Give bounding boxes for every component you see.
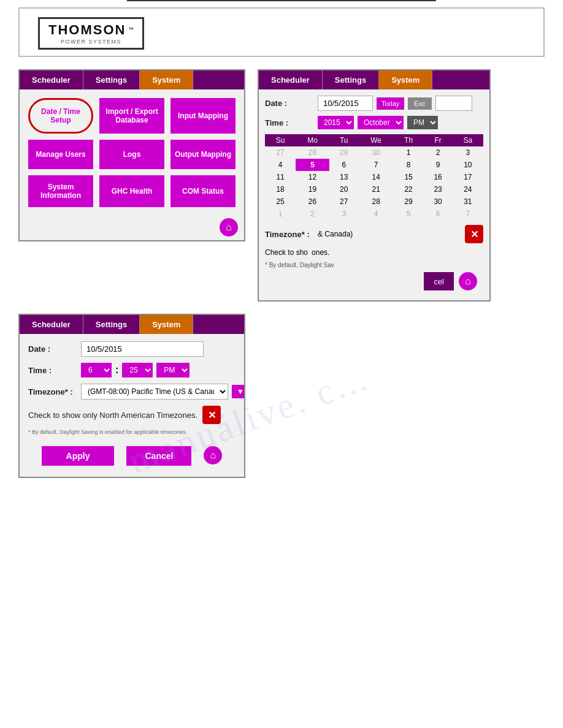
cal-day[interactable]: 2: [296, 208, 329, 220]
tab-system-1[interactable]: System: [140, 70, 193, 89]
ampm-select-2[interactable]: PM: [407, 116, 438, 129]
cal-day[interactable]: 9: [423, 159, 452, 171]
tz-value-2: & Canada): [318, 230, 353, 238]
cal-day[interactable]: 4: [359, 208, 394, 220]
tab-system-3[interactable]: System: [140, 315, 193, 334]
cal-header-su: Su: [265, 134, 296, 146]
cal-day[interactable]: 23: [423, 183, 452, 195]
cal-day[interactable]: 10: [453, 159, 483, 171]
cal-day[interactable]: 28: [296, 146, 329, 159]
cal-day[interactable]: 1: [394, 146, 424, 159]
cal-day[interactable]: 13: [329, 171, 359, 183]
cal-day[interactable]: 26: [296, 195, 329, 208]
cal-day[interactable]: 3: [329, 208, 359, 220]
tab-bar-2: Scheduler Settings System: [259, 70, 489, 89]
cancel-button-3[interactable]: Cancel: [126, 446, 191, 466]
cal-day[interactable]: 20: [329, 183, 359, 195]
system-menu-panel: Scheduler Settings System Date / TimeSet…: [18, 69, 245, 241]
check-note: ones.: [312, 248, 329, 257]
tz-label-3: Timezone* :: [28, 387, 77, 396]
cal-day[interactable]: 17: [453, 171, 483, 183]
date-input[interactable]: [318, 96, 373, 111]
date-field[interactable]: [81, 341, 204, 357]
cal-day[interactable]: 8: [394, 159, 424, 171]
year-select[interactable]: 2015: [318, 116, 354, 129]
tab-scheduler-1[interactable]: Scheduler: [20, 70, 83, 89]
tab-bar-1: Scheduler Settings System: [20, 70, 244, 89]
cal-header-we: We: [359, 134, 394, 146]
cal-day[interactable]: 30: [423, 195, 452, 208]
cal-day[interactable]: 4: [265, 159, 296, 171]
cal-day[interactable]: 21: [359, 183, 394, 195]
tab-bar-3: Scheduler Settings System: [20, 315, 244, 334]
cal-day[interactable]: 30: [359, 146, 394, 159]
time-colon: :: [115, 365, 118, 376]
time-label-3: Time :: [28, 366, 77, 375]
ghc-health-button[interactable]: GHC Health: [99, 175, 164, 207]
home-button-1[interactable]: ⌂: [220, 218, 238, 237]
output-mapping-button[interactable]: Output Mapping: [170, 140, 236, 169]
cal-header-sa: Sa: [453, 134, 483, 146]
tab-settings-1[interactable]: Settings: [83, 70, 140, 89]
logs-button[interactable]: Logs: [99, 140, 164, 169]
hour-select[interactable]: 6: [81, 363, 112, 377]
cal-day[interactable]: 2: [423, 146, 452, 159]
tz-dropdown-button[interactable]: ▼: [232, 385, 245, 398]
date-label-2: Date :: [265, 99, 314, 108]
cal-day[interactable]: 22: [394, 183, 424, 195]
minute-select[interactable]: 25: [122, 363, 153, 377]
cal-day[interactable]: 6: [423, 208, 452, 220]
cal-day[interactable]: 29: [329, 146, 359, 159]
ampm-select-3[interactable]: PM: [156, 363, 190, 377]
cal-day[interactable]: 27: [265, 146, 296, 159]
cal-day-today[interactable]: 5: [296, 159, 329, 171]
tz-label-2: Timezone* :: [265, 230, 314, 239]
cal-day[interactable]: 7: [359, 159, 394, 171]
cancel-button-2[interactable]: cel: [424, 272, 454, 290]
cal-day[interactable]: 6: [329, 159, 359, 171]
tab-scheduler-2[interactable]: Scheduler: [259, 70, 323, 89]
manage-users-button[interactable]: Manage Users: [28, 140, 93, 169]
cal-day[interactable]: 31: [453, 195, 483, 208]
cal-day[interactable]: 3: [453, 146, 483, 159]
tab-scheduler-3[interactable]: Scheduler: [20, 315, 83, 334]
cal-day[interactable]: 15: [394, 171, 424, 183]
exec-button[interactable]: Exc: [408, 97, 431, 110]
cal-day[interactable]: 14: [359, 171, 394, 183]
cal-day[interactable]: 27: [329, 195, 359, 208]
tab-system-2[interactable]: System: [379, 70, 432, 89]
cal-day[interactable]: 16: [423, 171, 452, 183]
north-american-tz-toggle[interactable]: ✕: [202, 406, 221, 424]
import-export-button[interactable]: Import / ExportDatabase: [99, 98, 164, 134]
cal-day[interactable]: 24: [453, 183, 483, 195]
cal-day[interactable]: 29: [394, 195, 424, 208]
tab-settings-3[interactable]: Settings: [83, 315, 140, 334]
cal-day[interactable]: 11: [265, 171, 296, 183]
cal-day[interactable]: 7: [453, 208, 483, 220]
home-button-2[interactable]: ⌂: [459, 272, 477, 290]
timezone-select[interactable]: (GMT-08:00) Pacific Time (US & Canada): [81, 384, 228, 400]
apply-button[interactable]: Apply: [42, 446, 115, 466]
today-button[interactable]: Today: [377, 97, 404, 110]
tz-x-button[interactable]: ✕: [465, 225, 483, 243]
tab-settings-2[interactable]: Settings: [323, 70, 379, 89]
home-button-3[interactable]: ⌂: [204, 446, 222, 464]
cal-day[interactable]: 18: [265, 183, 296, 195]
cal-day[interactable]: 25: [265, 195, 296, 208]
cal-day[interactable]: 1: [265, 208, 296, 220]
footnote-2: * By default, Daylight Sav: [265, 262, 483, 268]
cal-day[interactable]: 28: [359, 195, 394, 208]
com-status-button[interactable]: COM Status: [170, 175, 236, 207]
month-select[interactable]: October: [358, 116, 404, 129]
cal-day[interactable]: 12: [296, 171, 329, 183]
cal-header-mo: Mo: [296, 134, 329, 146]
input-mapping-button[interactable]: Input Mapping: [170, 98, 236, 134]
date-time-setup-button[interactable]: Date / TimeSetup: [28, 98, 93, 134]
thomson-logo: THOMSON ™ POWER SYSTEMS: [38, 17, 144, 50]
cal-day[interactable]: 5: [394, 208, 424, 220]
system-information-button[interactable]: SystemInformation: [28, 175, 93, 207]
date-input-right[interactable]: [435, 96, 472, 111]
cal-day[interactable]: 19: [296, 183, 329, 195]
cal-header-tu: Tu: [329, 134, 359, 146]
cal-header-fr: Fr: [423, 134, 452, 146]
